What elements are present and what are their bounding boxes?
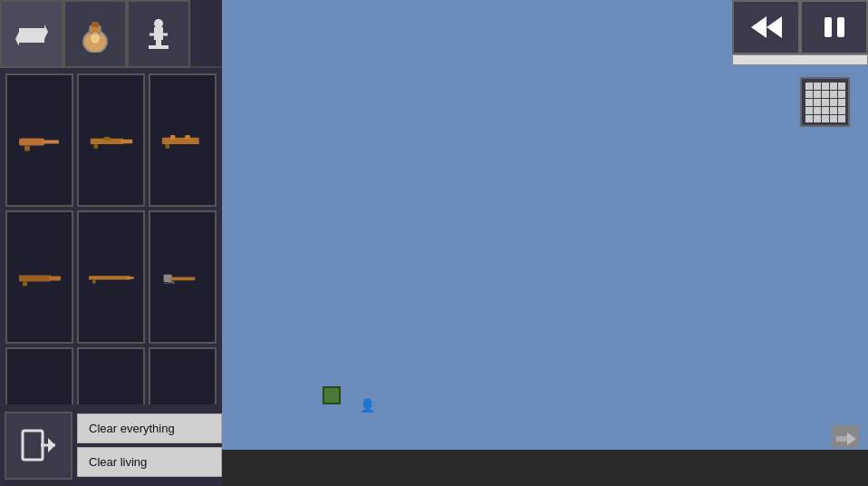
game-area: 👤 (222, 0, 868, 450)
svg-rect-24 (49, 276, 61, 280)
svg-rect-26 (89, 276, 130, 279)
bag-button[interactable] (63, 0, 127, 68)
svg-rect-16 (121, 139, 132, 143)
item-cell-5[interactable] (77, 210, 145, 344)
swap-button[interactable] (0, 0, 63, 68)
svg-rect-28 (92, 279, 95, 283)
context-menu: Clear everything Clear living (77, 413, 222, 477)
svg-rect-12 (19, 138, 44, 145)
item-cell-6[interactable]: item (149, 210, 217, 344)
svg-marker-47 (48, 438, 55, 452)
figure: 👤 (360, 398, 375, 413)
svg-text:item: item (164, 279, 174, 284)
svg-rect-23 (19, 275, 51, 281)
svg-rect-14 (24, 145, 30, 151)
item-cell-3[interactable] (149, 73, 217, 207)
item-cell-2[interactable] (77, 73, 145, 207)
item-cell-4[interactable] (5, 210, 73, 344)
svg-marker-42 (767, 16, 782, 38)
top-right-controls (732, 0, 868, 54)
grid-toggle-button[interactable] (800, 77, 850, 127)
toolbar (0, 0, 222, 68)
svg-marker-40 (847, 433, 856, 445)
svg-rect-44 (837, 17, 844, 37)
rewind-button[interactable] (732, 0, 800, 54)
svg-rect-18 (93, 144, 98, 149)
ground-bar (222, 450, 868, 486)
svg-rect-25 (23, 281, 27, 286)
svg-rect-11 (149, 45, 169, 49)
svg-rect-19 (161, 137, 198, 143)
svg-rect-43 (825, 17, 832, 37)
progress-container (732, 54, 868, 65)
svg-rect-13 (43, 140, 59, 143)
bottom-left-panel: Clear everything Clear living (0, 404, 222, 486)
svg-point-6 (154, 19, 163, 28)
progress-bar (733, 55, 867, 64)
svg-rect-20 (169, 135, 174, 140)
svg-rect-22 (165, 144, 169, 149)
svg-rect-4 (92, 22, 99, 27)
clear-living-button[interactable]: Clear living (77, 447, 222, 477)
svg-rect-27 (126, 277, 133, 279)
help-button[interactable] (127, 0, 190, 68)
exit-button[interactable] (5, 412, 72, 480)
grid-icon (805, 83, 845, 122)
pause-button[interactable] (800, 0, 868, 54)
small-green-object (323, 386, 341, 404)
item-cell-1[interactable] (5, 73, 73, 207)
clear-everything-button[interactable]: Clear everything (77, 413, 222, 443)
svg-rect-17 (103, 136, 110, 140)
svg-rect-21 (185, 135, 189, 140)
svg-point-5 (91, 33, 100, 44)
bottom-right-object (832, 425, 859, 448)
svg-marker-41 (751, 16, 767, 38)
svg-rect-45 (23, 431, 43, 460)
